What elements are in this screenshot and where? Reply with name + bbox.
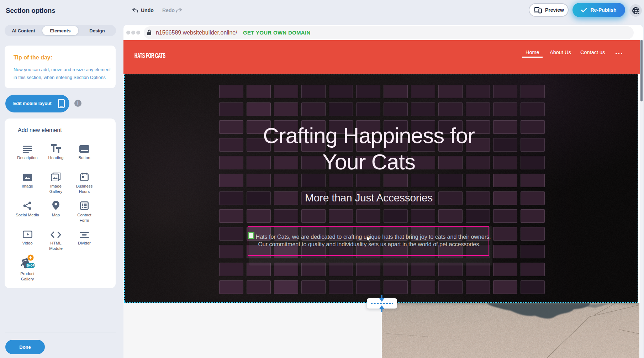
- svg-text:SHOP: SHOP: [26, 264, 35, 267]
